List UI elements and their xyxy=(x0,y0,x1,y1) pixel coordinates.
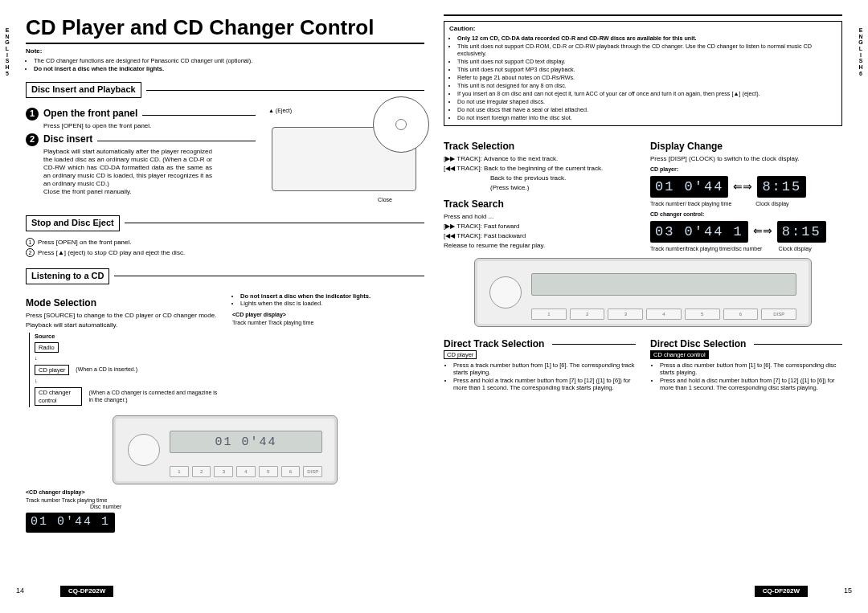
step-1-title: Open the front panel xyxy=(43,108,137,120)
swap-arrow-icon: ⇐⇒ xyxy=(733,180,752,194)
disc-icon xyxy=(373,96,429,153)
step-1-body: Press [OPEN] to open the front panel. xyxy=(43,122,256,130)
volume-knob-icon xyxy=(128,434,160,466)
disc-insert-illustration: ▲ (Eject) Label side Close xyxy=(264,108,424,204)
direct-track-h: Direct Track Selection xyxy=(444,338,544,350)
lcd-display: 01 0'44 xyxy=(170,431,322,453)
eject-step-2: 2Press [▲] (eject) to stop CD play and e… xyxy=(26,248,424,257)
page-title: CD Player and CD Changer Control xyxy=(26,14,424,44)
changer-lcd: 01 0'44 1 xyxy=(26,513,115,533)
mode-selection-h: Mode Selection xyxy=(26,297,218,309)
cd-lcd-2: 8:15 xyxy=(757,176,806,198)
model-tag-left: CQ-DF202W xyxy=(60,586,113,597)
ch-lcd-1: 03 0'44 1 xyxy=(650,221,748,243)
volume-knob-icon xyxy=(489,276,522,309)
section-disc-insert: Disc Insert and Playback xyxy=(26,82,141,98)
lang-tab-right: ENG LIS H 6 xyxy=(855,27,866,77)
track-selection-h: Track Selection xyxy=(444,141,636,153)
section-stop-eject: Stop and Disc Eject xyxy=(26,215,120,231)
step-2-badge: 2 xyxy=(26,133,39,146)
direct-disc-h: Direct Disc Selection xyxy=(650,338,746,350)
display-change-h: Display Change xyxy=(650,141,842,153)
page-spread: ENG LIS H 5 ENG LIS H 6 CD Player and CD… xyxy=(0,0,868,613)
section-listening: Listening to a CD xyxy=(26,268,109,284)
track-search-h: Track Search xyxy=(444,198,636,210)
lcd-display-right xyxy=(531,273,796,296)
page-right: Caution: Only 12 cm CD, CD-DA data recor… xyxy=(434,14,852,605)
tag-cd-changer: CD changer control xyxy=(650,350,709,359)
page-number-right: 15 xyxy=(844,586,852,595)
page-number-left: 14 xyxy=(16,586,24,595)
page-left: CD Player and CD Changer Control Note: T… xyxy=(16,14,434,605)
caution-box: Caution: Only 12 cm CD, CD-DA data recor… xyxy=(444,21,842,126)
swap-arrow-icon: ⇐⇒ xyxy=(753,224,772,239)
step-1-badge: 1 xyxy=(26,108,39,121)
source-flow-diagram: Source Radio ↓ CD player(When a CD is in… xyxy=(29,333,218,407)
step-2-title: Disc insert xyxy=(43,133,92,145)
cd-lcd-1: 01 0'44 xyxy=(650,176,728,198)
note-box: Note: The CD changer functions are desig… xyxy=(26,47,424,73)
tag-cd-player: CD player xyxy=(444,350,477,359)
ch-lcd-2: 8:15 xyxy=(777,221,826,243)
step-2-body: Playback will start automatically after … xyxy=(43,148,212,196)
head-unit-illustration-left: 01 0'44 123456DISP xyxy=(113,415,338,484)
model-tag-right: CQ-DF202W xyxy=(755,586,808,597)
head-unit-illustration-right: 123456DISP xyxy=(474,258,812,327)
lang-tab-left: ENG LIS H 5 xyxy=(2,27,13,77)
indicator-warning: Do not insert a disc when the indicator … xyxy=(232,292,424,308)
eject-step-1: 1Press [OPEN] on the front panel. xyxy=(26,238,424,247)
